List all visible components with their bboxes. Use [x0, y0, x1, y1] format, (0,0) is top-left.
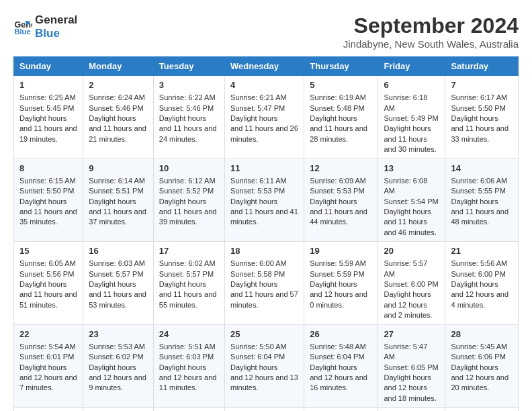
daylight-value: and 12 hours and 20 minutes. — [451, 373, 508, 392]
day-number: 6 — [384, 79, 439, 91]
daylight-label: Daylight hours — [310, 197, 357, 205]
sunrise-label: Sunrise: 5:59 AM — [310, 259, 366, 267]
daylight-label: Daylight hours — [384, 373, 431, 381]
daylight-value: and 12 hours and 9 minutes. — [89, 373, 146, 392]
daylight-value: and 11 hours and 21 minutes. — [89, 124, 146, 142]
sunrise-label: Sunrise: 6:05 AM — [19, 259, 76, 267]
table-cell: 6Sunrise: 6:18 AMSunset: 5:49 PMDaylight… — [378, 76, 445, 159]
sunset-label: Sunset: 6:04 PM — [310, 353, 364, 361]
sunrise-label: Sunrise: 5:45 AM — [451, 342, 507, 351]
day-number: 1 — [19, 79, 77, 91]
daylight-label: Daylight hours — [384, 124, 431, 132]
table-row: 1Sunrise: 6:25 AMSunset: 5:45 PMDaylight… — [14, 76, 519, 159]
table-cell: 4Sunrise: 6:21 AMSunset: 5:47 PMDaylight… — [224, 76, 304, 159]
table-cell: 12Sunrise: 6:09 AMSunset: 5:53 PMDayligh… — [304, 158, 378, 242]
calendar-table: Sunday Monday Tuesday Wednesday Thursday… — [13, 56, 519, 411]
sunset-label: Sunset: 6:05 PM — [384, 363, 438, 371]
table-cell: 26Sunrise: 5:48 AMSunset: 6:04 PMDayligh… — [304, 324, 378, 408]
day-number: 14 — [451, 163, 513, 175]
sunrise-label: Sunrise: 5:53 AM — [89, 342, 145, 351]
sunset-label: Sunset: 5:51 PM — [89, 187, 143, 195]
table-row: 15Sunrise: 6:05 AMSunset: 5:56 PMDayligh… — [14, 242, 519, 325]
table-cell: 16Sunrise: 6:03 AMSunset: 5:57 PMDayligh… — [83, 242, 154, 325]
daylight-label: Daylight hours — [384, 208, 431, 216]
day-number: 2 — [89, 79, 148, 91]
table-row: 8Sunrise: 6:15 AMSunset: 5:50 PMDaylight… — [14, 158, 519, 242]
table-cell: 11Sunrise: 6:11 AMSunset: 5:53 PMDayligh… — [224, 158, 304, 242]
daylight-label: Daylight hours — [159, 114, 206, 122]
daylight-label: Daylight hours — [89, 197, 136, 205]
calendar-header: Sunday Monday Tuesday Wednesday Thursday… — [14, 57, 519, 76]
daylight-label: Daylight hours — [230, 197, 277, 205]
sunset-label: Sunset: 5:59 PM — [310, 270, 364, 278]
table-row: 29Sunrise: 5:44 AMSunset: 6:07 PMDayligh… — [14, 408, 519, 411]
sunrise-label: Sunrise: 6:21 AM — [230, 93, 287, 101]
daylight-value: and 11 hours and 48 minutes. — [451, 208, 508, 226]
daylight-value: and 11 hours and 24 minutes. — [159, 124, 217, 142]
page-header: General Blue General Blue September 2024… — [13, 13, 519, 50]
sunrise-label: Sunrise: 5:57 AM — [384, 259, 427, 277]
sunset-label: Sunset: 6:00 PM — [451, 270, 505, 278]
day-number: 3 — [159, 79, 219, 91]
sunset-label: Sunset: 5:49 PM — [384, 114, 438, 122]
sunrise-label: Sunrise: 6:17 AM — [451, 93, 507, 101]
sunrise-label: Sunrise: 6:06 AM — [451, 177, 507, 185]
col-tuesday: Tuesday — [153, 57, 224, 76]
day-number: 23 — [89, 328, 148, 340]
table-cell: 25Sunrise: 5:50 AMSunset: 6:04 PMDayligh… — [224, 324, 304, 408]
sunrise-label: Sunrise: 6:24 AM — [89, 93, 145, 101]
daylight-value: and 11 hours and 28 minutes. — [310, 124, 367, 142]
sunrise-label: Sunrise: 6:08 AM — [384, 177, 427, 195]
day-number: 17 — [159, 245, 219, 257]
table-cell: 29Sunrise: 5:44 AMSunset: 6:07 PMDayligh… — [14, 408, 83, 411]
day-number: 13 — [384, 163, 439, 175]
sunrise-label: Sunrise: 5:48 AM — [310, 342, 366, 351]
col-thursday: Thursday — [304, 57, 378, 76]
daylight-label: Daylight hours — [230, 280, 277, 288]
sunrise-label: Sunrise: 5:50 AM — [230, 342, 287, 351]
table-cell: 22Sunrise: 5:54 AMSunset: 6:01 PMDayligh… — [14, 324, 83, 408]
table-cell: 1Sunrise: 6:25 AMSunset: 5:45 PMDaylight… — [14, 76, 83, 159]
daylight-value: and 11 hours and 39 minutes. — [159, 208, 217, 226]
sunrise-label: Sunrise: 5:56 AM — [451, 259, 507, 267]
daylight-label: Daylight hours — [89, 363, 136, 371]
day-number: 18 — [230, 245, 298, 257]
day-number: 20 — [384, 245, 439, 257]
sunrise-label: Sunrise: 6:02 AM — [159, 259, 216, 267]
table-cell: 5Sunrise: 6:19 AMSunset: 5:48 PMDaylight… — [304, 76, 378, 159]
day-number: 9 — [89, 163, 148, 175]
day-number: 7 — [451, 79, 513, 91]
logo: General Blue General Blue — [13, 13, 77, 41]
sunset-label: Sunset: 5:48 PM — [310, 104, 364, 112]
col-wednesday: Wednesday — [224, 57, 304, 76]
sunset-label: Sunset: 6:01 PM — [19, 353, 74, 361]
sunset-label: Sunset: 5:46 PM — [89, 104, 143, 112]
daylight-value: and 12 hours and 2 minutes. — [384, 301, 432, 319]
day-number: 12 — [310, 163, 372, 175]
sunrise-label: Sunrise: 5:54 AM — [19, 342, 76, 351]
header-row: Sunday Monday Tuesday Wednesday Thursday… — [14, 57, 519, 76]
day-number: 19 — [310, 245, 372, 257]
daylight-label: Daylight hours — [19, 280, 66, 288]
daylight-value: and 11 hours and 37 minutes. — [89, 208, 146, 226]
daylight-label: Daylight hours — [310, 114, 357, 122]
sunset-label: Sunset: 5:50 PM — [451, 104, 505, 112]
day-number: 22 — [19, 328, 77, 340]
daylight-label: Daylight hours — [159, 280, 206, 288]
daylight-value: and 11 hours and 44 minutes. — [310, 208, 367, 226]
daylight-label: Daylight hours — [310, 280, 357, 288]
sunset-label: Sunset: 5:45 PM — [19, 104, 74, 112]
sunset-label: Sunset: 5:54 PM — [384, 197, 438, 205]
table-cell: 18Sunrise: 6:00 AMSunset: 5:58 PMDayligh… — [224, 242, 304, 325]
daylight-value: and 11 hours and 26 minutes. — [230, 124, 298, 142]
sunrise-label: Sunrise: 5:51 AM — [159, 342, 216, 351]
daylight-value: and 11 hours and 33 minutes. — [451, 124, 508, 142]
table-cell: 9Sunrise: 6:14 AMSunset: 5:51 PMDaylight… — [83, 158, 154, 242]
table-cell: 15Sunrise: 6:05 AMSunset: 5:56 PMDayligh… — [14, 242, 83, 325]
day-number: 16 — [89, 245, 148, 257]
daylight-value: and 11 hours and 46 minutes. — [384, 218, 436, 236]
table-cell — [378, 408, 445, 411]
daylight-label: Daylight hours — [384, 290, 431, 298]
sunset-label: Sunset: 6:03 PM — [159, 353, 214, 361]
logo-icon: General Blue — [13, 17, 32, 36]
